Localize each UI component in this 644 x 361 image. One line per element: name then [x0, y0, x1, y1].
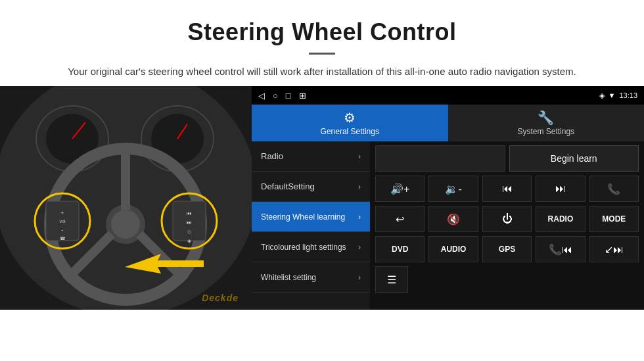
list-icon: ☰: [387, 274, 396, 286]
dvd-label: DVD: [392, 245, 408, 254]
car-image-container: + vol - ☎ ⏮ ⏭ ◇ ◈ Deckde: [0, 86, 252, 310]
begin-learn-area: Begin learn: [375, 145, 639, 172]
steering-chevron: ›: [358, 212, 361, 222]
vol-down-button[interactable]: 🔉-: [428, 176, 478, 202]
back-call-icon: ↩: [396, 213, 404, 226]
svg-text:-: -: [62, 227, 64, 233]
svg-text:⏮: ⏮: [187, 210, 192, 216]
whitelist-label: Whitelist setting: [261, 273, 316, 282]
prev-button[interactable]: ⏮: [482, 176, 532, 202]
mode-button[interactable]: MODE: [589, 206, 639, 232]
audio-label: AUDIO: [441, 245, 467, 254]
begin-learn-label: Begin learn: [551, 153, 597, 164]
gps-button[interactable]: GPS: [482, 236, 532, 262]
back-icon[interactable]: ◁: [258, 91, 265, 101]
svg-text:◈: ◈: [187, 238, 192, 244]
svg-text:☎: ☎: [60, 236, 66, 241]
prev-icon: ⏮: [502, 183, 513, 195]
phone-icon: 📞: [607, 183, 620, 195]
radio-btn-label: RADIO: [548, 214, 574, 224]
watermark: Deckde: [202, 293, 239, 303]
control-row-2: ↩ 🔇 ⏻ RADIO MODE: [375, 206, 639, 232]
tab-system[interactable]: 🔧 System Settings: [448, 105, 645, 141]
whitelist-chevron: ›: [358, 273, 361, 282]
vol-down-icon: 🔉-: [445, 183, 461, 195]
status-bar: ◁ ○ □ ⊞ ◈ ▼ 13:13: [252, 86, 644, 105]
svg-text:⏭: ⏭: [187, 220, 192, 226]
tricolour-label: Tricoloured light settings: [261, 243, 346, 252]
tricolour-chevron: ›: [358, 243, 361, 252]
control-panel: Begin learn 🔊+ 🔉- ⏮ ⏭: [370, 141, 644, 310]
audio-button[interactable]: AUDIO: [428, 236, 478, 262]
control-row-1: 🔊+ 🔉- ⏮ ⏭ 📞: [375, 176, 639, 202]
status-right: ◈ ▼ 13:13: [599, 91, 637, 100]
control-row-3: DVD AUDIO GPS 📞⏮ ↙⏭: [375, 236, 639, 262]
tab-system-label: System Settings: [517, 127, 574, 136]
screenshot-icon[interactable]: ⊞: [299, 91, 306, 101]
power-icon: ⏻: [502, 213, 513, 225]
phone-prev-icon: 📞⏮: [549, 243, 572, 256]
steering-wheel-svg: + vol - ☎ ⏮ ⏭ ◇ ◈: [0, 86, 252, 310]
general-settings-icon: ⚙: [344, 110, 356, 126]
page-title: Steering Wheel Control: [39, 18, 605, 46]
time-display: 13:13: [619, 91, 637, 99]
begin-learn-button[interactable]: Begin learn: [509, 145, 639, 172]
gps-label: GPS: [499, 245, 515, 254]
radio-chevron: ›: [358, 152, 361, 161]
svg-text:+: +: [60, 210, 64, 216]
wifi-icon: ▼: [609, 91, 616, 99]
tab-general-label: General Settings: [321, 127, 379, 136]
down-next-icon: ↙⏭: [605, 243, 624, 256]
recents-icon[interactable]: □: [286, 91, 291, 101]
dvd-button[interactable]: DVD: [375, 236, 425, 262]
power-button[interactable]: ⏻: [482, 206, 532, 232]
default-label: DefaultSetting: [261, 181, 315, 191]
down-next-button[interactable]: ↙⏭: [589, 236, 639, 262]
android-ui: ◁ ○ □ ⊞ ◈ ▼ 13:13 ⚙ General Settings 🔧 S…: [252, 86, 644, 310]
title-divider: [309, 53, 335, 55]
mute-button[interactable]: 🔇: [428, 206, 478, 232]
mode-label: MODE: [602, 214, 626, 224]
menu-item-whitelist[interactable]: Whitelist setting ›: [252, 262, 370, 293]
svg-text:◇: ◇: [187, 229, 192, 235]
mute-icon: 🔇: [447, 213, 460, 226]
phone-prev-button[interactable]: 📞⏮: [536, 236, 585, 262]
vol-up-icon: 🔊+: [390, 183, 409, 195]
back-call-button[interactable]: ↩: [375, 206, 425, 232]
radio-btn[interactable]: RADIO: [536, 206, 585, 232]
tab-general[interactable]: ⚙ General Settings: [252, 105, 448, 141]
menu-item-default[interactable]: DefaultSetting ›: [252, 172, 370, 202]
nav-icons: ◁ ○ □ ⊞: [258, 91, 306, 101]
list-button[interactable]: ☰: [375, 266, 408, 293]
phone-button[interactable]: 📞: [589, 176, 639, 202]
empty-box: [375, 145, 505, 172]
next-button[interactable]: ⏭: [536, 176, 585, 202]
menu-list: Radio › DefaultSetting › Steering Wheel …: [252, 141, 370, 310]
vol-up-button[interactable]: 🔊+: [375, 176, 425, 202]
content-area: + vol - ☎ ⏮ ⏭ ◇ ◈ Deckde ◁ ○ □ ⊞: [0, 86, 644, 310]
default-chevron: ›: [358, 182, 361, 191]
gps-icon: ◈: [599, 91, 605, 100]
svg-text:vol: vol: [60, 219, 66, 224]
menu-item-steering[interactable]: Steering Wheel learning ›: [252, 202, 370, 232]
page-title-section: Steering Wheel Control Your original car…: [0, 0, 644, 86]
menu-area: Radio › DefaultSetting › Steering Wheel …: [252, 141, 644, 310]
control-row-4: ☰: [375, 266, 639, 293]
menu-item-tricolour[interactable]: Tricoloured light settings ›: [252, 232, 370, 262]
home-icon[interactable]: ○: [273, 91, 278, 101]
radio-label: Radio: [261, 151, 283, 161]
next-icon: ⏭: [555, 183, 566, 195]
tab-bar: ⚙ General Settings 🔧 System Settings: [252, 105, 644, 141]
system-settings-icon: 🔧: [538, 110, 554, 126]
steering-label: Steering Wheel learning: [261, 212, 345, 222]
svg-point-10: [111, 210, 140, 239]
menu-item-radio[interactable]: Radio ›: [252, 141, 370, 172]
page-subtitle: Your original car's steering wheel contr…: [39, 64, 605, 80]
